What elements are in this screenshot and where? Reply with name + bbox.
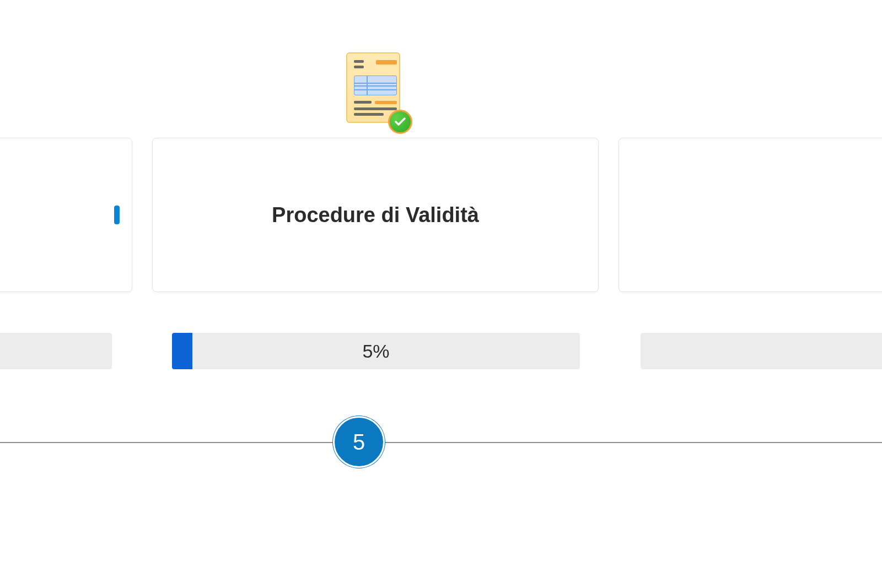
card-title: Procedure di Validità <box>272 203 479 227</box>
stepper-current-step[interactable]: 5 <box>333 416 385 468</box>
progress-bar-next <box>641 333 882 369</box>
check-badge-icon <box>388 110 412 134</box>
stepper-line <box>0 442 882 443</box>
stepper: 5 <box>0 442 882 497</box>
progress-row: 5% <box>0 333 882 371</box>
progress-bar-current: 5% <box>172 333 580 369</box>
card-previous[interactable] <box>0 138 132 292</box>
progress-label: 5% <box>362 341 389 362</box>
progress-fill <box>172 333 192 369</box>
cards-carousel: Procedure di Validità <box>0 138 882 292</box>
card-next[interactable] <box>619 138 882 292</box>
card-current[interactable]: Procedure di Validità <box>152 138 599 292</box>
card-previous-edge <box>114 206 120 224</box>
validated-document-icon <box>342 52 408 130</box>
progress-bar-previous <box>0 333 112 369</box>
